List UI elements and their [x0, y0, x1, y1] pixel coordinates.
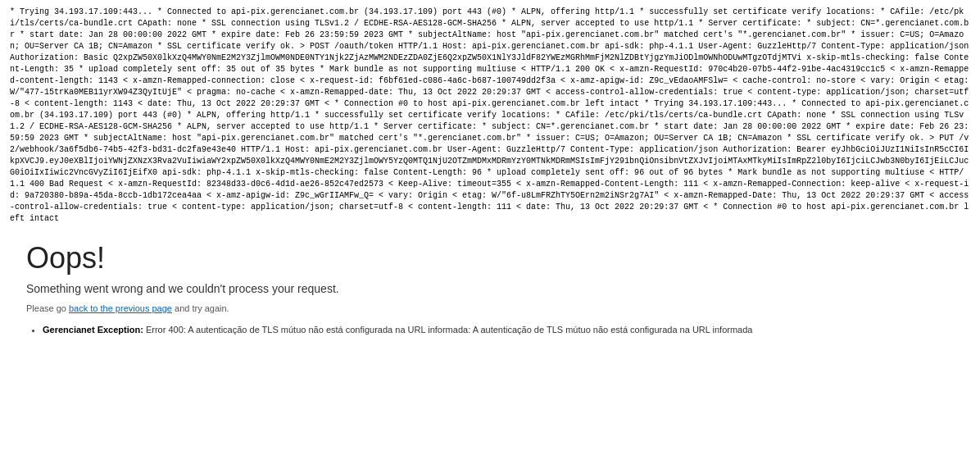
list-item: Gerencianet Exception: Error 400: A aute… — [43, 325, 970, 335]
back-link[interactable]: back to the previous page — [69, 303, 172, 313]
error-instruction: Please go back to the previous page and … — [26, 303, 970, 313]
error-subtitle: Something went wrong and we couldn't pro… — [26, 282, 970, 295]
error-label: Gerencianet Exception: — [43, 325, 143, 335]
debug-log-container: * Trying 34.193.17.109:443... * Connecte… — [10, 7, 970, 225]
error-list: Gerencianet Exception: Error 400: A aute… — [26, 325, 970, 335]
error-section: Oops! Something went wrong and we couldn… — [10, 241, 970, 335]
debug-log-text: * Trying 34.193.17.109:443... * Connecte… — [10, 7, 970, 225]
oops-title: Oops! — [26, 241, 970, 275]
error-message: Error 400: A autenticação de TLS mútuo n… — [146, 325, 753, 335]
